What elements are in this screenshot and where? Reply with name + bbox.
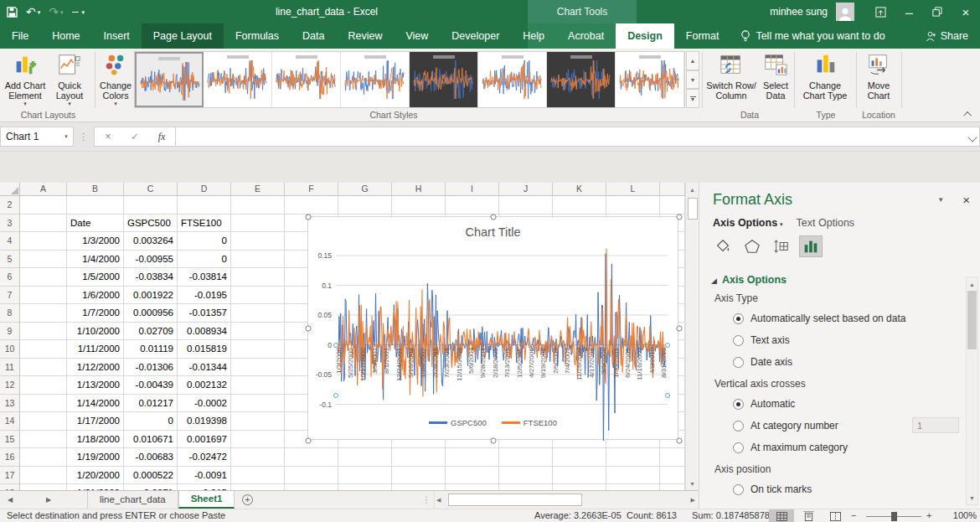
x-axis-label[interactable]: 2/28/2003 (431, 348, 440, 400)
enter-check-icon[interactable]: ✓ (121, 131, 148, 142)
cell-G2[interactable] (338, 196, 392, 214)
cell-E12[interactable] (231, 376, 285, 395)
pane-scroll-thumb[interactable] (967, 291, 977, 349)
cell-B6[interactable]: 1/5/2000 (67, 268, 124, 287)
column-header-C[interactable]: C (124, 183, 178, 196)
customize-qat-icon[interactable]: ▾ (72, 9, 85, 15)
cell-C12[interactable]: -0.00439 (124, 376, 178, 395)
column-header-D[interactable]: D (178, 183, 231, 196)
cell-K16[interactable] (553, 448, 606, 467)
cell-A12[interactable] (20, 376, 67, 395)
cell-A8[interactable] (20, 304, 67, 323)
row-header-8[interactable]: 8 (0, 304, 20, 323)
scroll-down-icon[interactable]: ▼ (686, 477, 699, 490)
x-axis-label[interactable]: 8/1/2001 (382, 348, 391, 400)
avatar[interactable] (836, 3, 854, 21)
vertical-scrollbar[interactable]: ▲ ▼ (685, 183, 699, 490)
column-header-G[interactable]: G (338, 183, 392, 196)
cell-I2[interactable] (446, 196, 499, 214)
x-axis-label[interactable]: 1/30/2009 (611, 348, 621, 400)
cell-L2[interactable] (606, 196, 660, 214)
cell-B8[interactable]: 1/7/2000 (67, 304, 124, 323)
cell-M17[interactable] (660, 467, 685, 485)
chart-resize-handle[interactable] (306, 438, 312, 444)
name-box[interactable]: Chart 1 ▾ (0, 127, 74, 147)
cell-D13[interactable]: -0.0002 (178, 395, 231, 413)
row-header-10[interactable]: 10 (0, 340, 20, 359)
cell-D6[interactable]: -0.03814 (178, 268, 231, 287)
cell-A3[interactable] (20, 214, 67, 233)
x-axis-label[interactable]: 12/5/2005 (515, 348, 524, 400)
chart-resize-handle[interactable] (306, 214, 312, 220)
chart-resize-handle[interactable] (306, 326, 312, 332)
x-axis-label[interactable]: 5/25/2000 (346, 348, 355, 400)
zoom-in-icon[interactable]: + (926, 510, 931, 520)
row-header-7[interactable]: 7 (0, 287, 20, 305)
cell-A15[interactable] (20, 431, 67, 449)
cell-L16[interactable] (606, 448, 660, 467)
ribbon-tab-data[interactable]: Data (291, 23, 336, 49)
axis-selection-handle[interactable] (333, 343, 338, 348)
cell-A10[interactable] (20, 340, 67, 359)
cell-E9[interactable] (231, 323, 285, 341)
ribbon-tab-formulas[interactable]: Formulas (224, 23, 291, 49)
row-header-18[interactable]: 18 (0, 484, 20, 490)
ribbon-tab-insert[interactable]: Insert (92, 23, 142, 49)
row-header-5[interactable]: 5 (0, 251, 20, 269)
cell-B14[interactable]: 1/17/2000 (67, 412, 124, 431)
cell-D17[interactable]: -0.0091 (178, 467, 231, 485)
minimize-icon[interactable] (895, 0, 923, 23)
cell-D15[interactable]: 0.001697 (178, 431, 231, 449)
row-header-13[interactable]: 13 (0, 395, 20, 413)
ribbon-tab-file[interactable]: File (0, 23, 40, 49)
cell-B9[interactable]: 1/10/2000 (67, 323, 124, 341)
x-axis-label[interactable]: 12/15/2003 (455, 348, 464, 400)
cell-C16[interactable]: -0.00683 (124, 448, 178, 467)
axis-selection-handle[interactable] (333, 393, 338, 398)
cell-D12[interactable]: 0.002132 (178, 376, 231, 395)
share-button[interactable]: Share (926, 23, 968, 49)
cell-E18[interactable] (231, 484, 285, 490)
row-header-2[interactable]: 2 (0, 196, 20, 214)
ribbon-tab-page-layout[interactable]: Page Layout (142, 23, 224, 49)
radio-option-text-axis[interactable]: Text axis (733, 334, 967, 346)
cell-A2[interactable] (20, 196, 67, 214)
size-properties-icon[interactable] (770, 235, 793, 257)
x-axis-label[interactable]: 9/9/2008 (599, 348, 608, 400)
radio-option-automatic[interactable]: Automatic (733, 398, 967, 410)
cell-D2[interactable] (178, 196, 231, 214)
pane-tab-text-options[interactable]: Text Options (797, 217, 854, 229)
cell-I16[interactable] (446, 448, 499, 467)
cell-I17[interactable] (446, 467, 499, 485)
vertical-scroll-thumb[interactable] (688, 198, 698, 220)
zoom-slider-thumb[interactable] (891, 512, 897, 521)
cell-M16[interactable] (660, 448, 685, 467)
page-layout-view-icon[interactable] (796, 509, 821, 522)
cell-F17[interactable] (285, 467, 338, 485)
row-header-9[interactable]: 9 (0, 323, 20, 341)
cell-L17[interactable] (606, 467, 660, 485)
fill-line-icon[interactable] (711, 235, 735, 257)
chart-style-thumbnail-6[interactable] (478, 52, 547, 107)
cell-C18[interactable]: -0.0071 (124, 484, 178, 490)
row-header-12[interactable]: 12 (0, 376, 20, 395)
cell-J17[interactable] (499, 467, 553, 485)
cell-L18[interactable] (606, 484, 660, 490)
sheet-tab-sheet1[interactable]: Sheet1 (178, 491, 235, 509)
cell-E17[interactable] (231, 467, 285, 485)
expand-formula-bar-icon[interactable] (967, 132, 977, 142)
radio-option-date-axis[interactable]: Date axis (733, 356, 967, 368)
cell-H2[interactable] (392, 196, 446, 214)
chart-resize-handle[interactable] (677, 438, 683, 444)
column-header-L[interactable]: L (606, 183, 660, 196)
cell-A5[interactable] (20, 251, 67, 269)
cell-B12[interactable]: 1/13/2000 (67, 376, 124, 395)
name-box-dropdown-icon[interactable]: ▾ (59, 133, 73, 140)
axis-selection-handle[interactable] (665, 343, 670, 348)
x-axis-label[interactable]: 10/17/2000 (358, 348, 368, 400)
x-axis-label[interactable]: 5/6/2004 (467, 348, 476, 400)
tell-me-box[interactable]: Tell me what you want to do (730, 23, 895, 49)
gallery-scroll-down-icon[interactable]: ▼ (686, 70, 699, 90)
pane-scrollbar[interactable]: ▲ ▼ (966, 277, 978, 505)
chart-style-thumbnail-2[interactable] (204, 52, 272, 107)
